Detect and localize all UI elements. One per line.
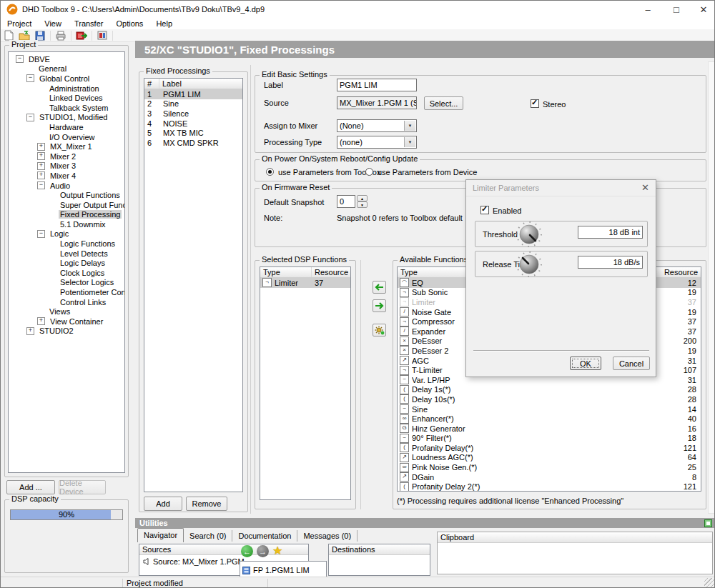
tree-item-logic-functions[interactable]: Logic Functions [9, 239, 124, 249]
sources-header-label[interactable]: Sources [139, 544, 308, 554]
tree-item-potentiometer-control[interactable]: Potentiometer Control [9, 287, 124, 297]
assign-to-mixer-select[interactable]: (None) ▼ [337, 119, 417, 132]
menu-item-help[interactable]: Help [149, 18, 179, 29]
tree-item-selector-logics[interactable]: Selector Logics [9, 278, 124, 288]
release-time-value[interactable]: 18 dB/s [578, 256, 643, 269]
tree-item-global-control[interactable]: −Global Control [9, 74, 124, 84]
tree-collapse-icon[interactable]: − [37, 230, 45, 238]
tree-expand-icon[interactable]: + [37, 152, 45, 160]
fixed-processing-row-noise[interactable]: 4NOISE [144, 119, 242, 129]
chevron-down-icon[interactable]: ▼ [404, 121, 415, 131]
panel-splitter[interactable] [250, 65, 251, 514]
ok-button[interactable]: OK [570, 357, 601, 370]
available-function-delay-10s[interactable]: (Delay 10s(*)28 [398, 394, 701, 404]
processing-type-select[interactable]: (none) ▼ [337, 136, 417, 149]
column-header-label[interactable]: Label [159, 79, 242, 89]
tree-item-general[interactable]: General [9, 64, 124, 74]
tree-item-view-container[interactable]: +View Container [9, 317, 124, 327]
clipboard-header-label[interactable]: Clipboard [438, 532, 712, 542]
available-function-profanity-delay[interactable]: (Profanity Delay(*)121 [398, 443, 701, 453]
tree-item-views[interactable]: Views [9, 307, 124, 317]
tab-navigator[interactable]: Navigator [137, 528, 184, 542]
tree-expand-icon[interactable]: + [26, 327, 34, 335]
spinner-down-icon[interactable]: ▼ [357, 201, 368, 208]
transfer-config-icon[interactable] [74, 30, 89, 41]
column-header-resource[interactable]: Resource [312, 267, 350, 277]
available-function-sine[interactable]: ~Sine14 [398, 404, 701, 414]
tree-collapse-icon[interactable]: − [26, 74, 34, 82]
tree-item-super-output-functions[interactable]: Super Output Functions [9, 200, 124, 210]
tree-item-studio2[interactable]: +STUDIO2 [9, 327, 124, 337]
tree-item-fixed-processing[interactable]: Fixed Processing [9, 210, 124, 220]
stereo-checkbox[interactable] [531, 99, 539, 108]
threshold-knob[interactable] [513, 219, 545, 250]
print-icon[interactable] [53, 30, 69, 41]
tree-item-5-1-downmix[interactable]: 5.1 Downmix [9, 219, 124, 229]
available-function-90-filter[interactable]: ~90° Filter(*)18 [398, 434, 701, 444]
label-input[interactable]: PGM1 LIM [337, 79, 417, 91]
tree-item-dbve[interactable]: −DBVE [9, 54, 124, 64]
params-from-toolbox-radio[interactable] [266, 168, 274, 176]
function-settings-button[interactable] [373, 324, 386, 337]
tree-item-logic[interactable]: −Logic [9, 229, 124, 239]
enabled-checkbox[interactable] [480, 206, 489, 214]
tree-item-logic-delays[interactable]: Logic Delays [9, 258, 124, 268]
column-header-type[interactable]: Type [260, 267, 312, 277]
tree-item-mixer-2[interactable]: +Mixer 2 [9, 151, 124, 161]
tree-item-mixer-4[interactable]: +Mixer 4 [9, 171, 124, 181]
tree-expand-icon[interactable]: + [37, 171, 45, 179]
destinations-header-label[interactable]: Destinations [329, 544, 430, 554]
navigator-list-item[interactable]: FP 1.PGM1 LIM [240, 564, 326, 576]
menu-item-options[interactable]: Options [109, 18, 149, 29]
tree-item-output-functions[interactable]: Output Functions [9, 190, 124, 200]
menu-item-transfer[interactable]: Transfer [68, 18, 110, 29]
device-view-icon[interactable] [94, 30, 110, 41]
menu-item-view[interactable]: View [38, 18, 68, 29]
fixed-processing-row-mx-tb-mic[interactable]: 5MX TB MIC [144, 128, 242, 138]
threshold-value[interactable]: 18 dB int [578, 226, 643, 239]
tree-item-studio1-modified[interactable]: −STUDIO1, Modified [9, 113, 124, 123]
cancel-button[interactable]: Cancel [613, 357, 650, 370]
default-snapshot-input[interactable]: 0 [337, 195, 355, 208]
available-function-delay-1s[interactable]: (Delay 1s(*)28 [398, 385, 701, 395]
move-to-selected-button[interactable] [373, 281, 386, 294]
tree-expand-icon[interactable]: + [37, 143, 45, 151]
spinner-up-icon[interactable]: ▲ [357, 195, 368, 201]
nav-back-button[interactable]: ← [241, 545, 253, 557]
tree-collapse-icon[interactable]: − [26, 114, 34, 121]
column-header-resource[interactable]: Resource [655, 267, 701, 277]
favorite-star-icon[interactable]: ★ [272, 544, 282, 557]
tree-collapse-icon[interactable]: − [16, 55, 24, 63]
fixed-processing-row-pgm1-lim[interactable]: 1PGM1 LIM [144, 89, 242, 99]
fixed-add-button[interactable]: Add [144, 497, 182, 511]
tree-expand-icon[interactable]: + [37, 162, 45, 170]
vertical-scrollbar[interactable] [708, 61, 715, 514]
tree-item-level-detects[interactable]: Level Detects [9, 249, 124, 259]
tree-collapse-icon[interactable]: − [37, 181, 45, 189]
tree-item-linked-devices[interactable]: Linked Devices [9, 93, 124, 103]
minimize-button[interactable]: – [634, 1, 661, 18]
tree-item-mx-mixer-1[interactable]: +MX_Mixer 1 [9, 141, 124, 151]
nav-forward-button[interactable]: → [257, 545, 269, 557]
fixed-processing-row-sine[interactable]: 2Sine [144, 99, 242, 109]
column-header-number[interactable]: # [144, 79, 159, 89]
move-to-available-button[interactable] [373, 299, 386, 312]
tab-search-0[interactable]: Search (0) [184, 530, 232, 542]
delete-device-button[interactable]: Delete Device [59, 480, 106, 494]
tree-expand-icon[interactable]: + [37, 317, 45, 325]
available-function-loudness-agc[interactable]: ↗Loudness AGC(*)64 [398, 453, 701, 463]
default-snapshot-spinner[interactable]: ▲ ▼ [357, 195, 368, 208]
available-function-profanity-delay-2[interactable]: (Profanity Delay 2(*)121 [398, 482, 701, 492]
tree-item-mixer-3[interactable]: +Mixer 3 [9, 161, 124, 171]
tree-item-i-o-overview[interactable]: I/O Overview [9, 132, 124, 142]
fixed-processing-row-mx-cmd-spkr[interactable]: 6MX CMD SPKR [144, 138, 242, 148]
params-from-device-radio[interactable] [365, 168, 373, 176]
add-device-button[interactable]: Add ... [6, 480, 55, 494]
chevron-down-icon[interactable]: ▼ [404, 137, 415, 147]
tree-item-hardware[interactable]: Hardware [9, 122, 124, 132]
select-source-button[interactable]: Select... [424, 96, 463, 110]
panel-restore-icon[interactable] [704, 519, 712, 527]
available-function-dgain[interactable]: ↗DGain8 [398, 472, 701, 482]
tree-item-audio[interactable]: −Audio [9, 181, 124, 191]
fixed-processing-row-silence[interactable]: 3Silence [144, 109, 242, 119]
